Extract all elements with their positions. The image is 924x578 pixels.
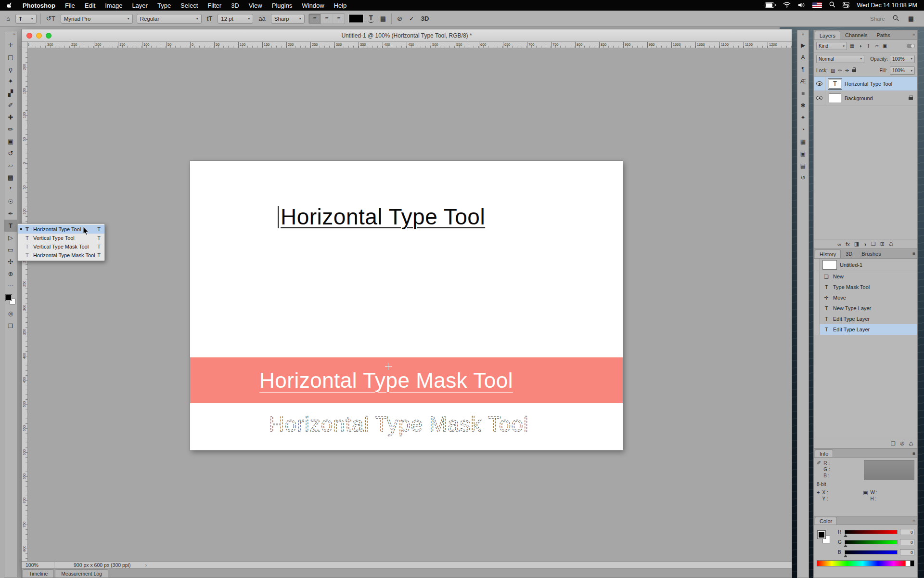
- expand-toolbar-icon[interactable]: »: [13, 31, 17, 39]
- eraser-tool[interactable]: ▱: [4, 159, 17, 171]
- menu-item[interactable]: Edit: [80, 2, 100, 9]
- battery-icon[interactable]: [765, 2, 776, 9]
- history-state-row[interactable]: T Type Mask Tool: [814, 282, 917, 292]
- menu-item[interactable]: Window: [297, 2, 329, 9]
- history-state-row[interactable]: ✛ Move: [814, 292, 917, 303]
- lock-position-icon[interactable]: ✛: [845, 68, 849, 73]
- type-mask-band[interactable]: Horizontal Type Mask Tool: [190, 357, 623, 403]
- control-center-icon[interactable]: [843, 2, 849, 9]
- commit-edits-icon[interactable]: ✓: [408, 15, 416, 22]
- menu-item[interactable]: Image: [100, 2, 127, 9]
- text-color-swatch[interactable]: [349, 14, 363, 23]
- lock-all-icon[interactable]: [852, 69, 856, 72]
- horizontal-type-mask-tool-item[interactable]: T Horizontal Type Mask Tool T: [18, 251, 104, 260]
- filter-smart-object-icon[interactable]: ▣: [882, 43, 888, 49]
- search-icon[interactable]: [893, 15, 899, 22]
- eyedropper-tool[interactable]: ✐: [4, 99, 17, 111]
- color-slider-track[interactable]: [845, 540, 898, 544]
- adjustment-layer-icon[interactable]: ◑: [863, 241, 867, 247]
- history-source-well[interactable]: [814, 259, 820, 271]
- history-brush-well[interactable]: [814, 303, 820, 314]
- delete-state-icon[interactable]: ♺: [909, 441, 913, 447]
- filter-kind-select[interactable]: Kind ▾: [816, 42, 847, 50]
- input-source-flag-icon[interactable]: [812, 2, 822, 8]
- history-state-label[interactable]: Type Mask Tool: [833, 284, 870, 290]
- menu-item[interactable]: Plugins: [267, 2, 297, 9]
- zoom-level-field[interactable]: 100%: [22, 562, 54, 568]
- font-style-select[interactable]: Regular ▾: [137, 14, 202, 24]
- channel-value-field[interactable]: 0: [900, 539, 914, 545]
- path-selection-tool[interactable]: ▷: [4, 232, 17, 244]
- vertical-type-tool-item[interactable]: T Vertical Type Tool T: [18, 234, 104, 242]
- layer-name[interactable]: Background: [845, 95, 873, 101]
- delete-layer-icon[interactable]: ♺: [889, 241, 894, 247]
- font-family-select[interactable]: Myriad Pro ▾: [61, 14, 133, 24]
- document-canvas[interactable]: Horizontal Type Tool Horizontal Type Mas…: [190, 161, 623, 450]
- history-brush-well[interactable]: [814, 314, 820, 324]
- menu-item[interactable]: View: [244, 2, 267, 9]
- gradient-tool[interactable]: ▤: [4, 171, 17, 184]
- Horizontal Type Tool[interactable]: T Horizontal Type Tool: [814, 77, 917, 91]
- history-state-row[interactable]: T New Type Layer: [814, 303, 917, 314]
- layer-name[interactable]: Horizontal Type Tool: [845, 81, 892, 87]
- history-state-label[interactable]: Edit Type Layer: [833, 327, 870, 332]
- brush-tool[interactable]: ✏: [4, 123, 17, 135]
- gradients-panel-icon[interactable]: ▤: [800, 162, 806, 169]
- filter-toggle-switch[interactable]: [907, 44, 915, 48]
- panel-menu-icon[interactable]: ≡: [912, 32, 915, 38]
- move-tool[interactable]: ✛: [4, 39, 17, 51]
- history-brush-well[interactable]: [814, 271, 820, 282]
- pen-tool[interactable]: ✒: [4, 208, 17, 220]
- history-state-row[interactable]: T Edit Type Layer: [814, 314, 917, 324]
- share-button[interactable]: Share: [870, 16, 885, 22]
- spotlight-search-icon[interactable]: [829, 1, 835, 9]
- horizontal-type-tool-item[interactable]: T Horizontal Type Tool T: [18, 225, 104, 234]
- history-brush-tool[interactable]: ↺: [4, 147, 17, 159]
- warp-text-icon[interactable]: T: [367, 14, 375, 23]
- color-slider-track[interactable]: [845, 550, 898, 554]
- history-state-row[interactable]: T Edit Type Layer: [814, 324, 917, 335]
- menu-item[interactable]: Filter: [203, 2, 226, 9]
- patterns-panel-icon[interactable]: ▣: [800, 150, 806, 157]
- filter-type-icon[interactable]: T: [865, 43, 872, 49]
- history-brush-well[interactable]: [814, 324, 820, 335]
- slider-knob[interactable]: [844, 554, 847, 557]
- crop-tool[interactable]: ▞: [4, 87, 17, 99]
- volume-icon[interactable]: [798, 2, 805, 9]
- apple-menu-icon[interactable]: [7, 2, 13, 9]
- toggle-panels-icon[interactable]: ▤: [379, 15, 387, 22]
- snapshot-label[interactable]: Untitled-1: [840, 262, 862, 268]
- selection-marquee-text[interactable]: Horizontal Type Mask Tool: [262, 407, 561, 443]
- tab-info[interactable]: Info: [815, 449, 833, 457]
- vertical-ruler[interactable]: 2001501005005010015020025030035040045050…: [22, 48, 28, 561]
- tab-channels[interactable]: Channels: [841, 31, 872, 39]
- lock-transparency-icon[interactable]: ▨: [831, 68, 835, 73]
- character-panel-icon[interactable]: A: [801, 54, 805, 61]
- magic-wand-tool[interactable]: ✦: [4, 75, 17, 87]
- screen-mode-icon[interactable]: ❐: [8, 323, 13, 329]
- menubar-clock[interactable]: Wed Dec 14 10:08 PM: [857, 2, 917, 9]
- history-brush-well[interactable]: [814, 282, 820, 292]
- clone-stamp-tool[interactable]: ▣: [4, 135, 17, 147]
- menu-item[interactable]: Select: [176, 2, 203, 9]
- layer-thumbnail[interactable]: [829, 93, 841, 103]
- workspace-switcher-icon[interactable]: ▦: [907, 15, 915, 22]
- slider-knob[interactable]: [844, 544, 847, 547]
- lock-paint-icon[interactable]: ✏: [838, 68, 842, 73]
- tab-brushes[interactable]: Brushes: [857, 250, 885, 258]
- history-state-row[interactable]: ❏ New: [814, 271, 917, 282]
- new-doc-from-state-icon[interactable]: ❐: [891, 441, 896, 447]
- expand-panels-icon[interactable]: «: [802, 32, 804, 37]
- tool-preset-picker[interactable]: T ▾: [15, 14, 37, 24]
- foreground-color-swatch[interactable]: [818, 531, 825, 539]
- 3d-button[interactable]: 3D: [420, 15, 431, 22]
- tab-measurement-log[interactable]: Measurement Log: [55, 569, 108, 578]
- panel-menu-icon[interactable]: ≡: [912, 518, 915, 524]
- color-slider-track[interactable]: [845, 530, 898, 534]
- hand-tool[interactable]: ✣: [4, 256, 17, 268]
- menu-item[interactable]: File: [60, 2, 80, 9]
- history-state-label[interactable]: New Type Layer: [833, 305, 871, 311]
- align-left-button[interactable]: ≡: [309, 14, 321, 24]
- history-brush-well[interactable]: [814, 292, 820, 303]
- band-text[interactable]: Horizontal Type Mask Tool: [259, 368, 513, 393]
